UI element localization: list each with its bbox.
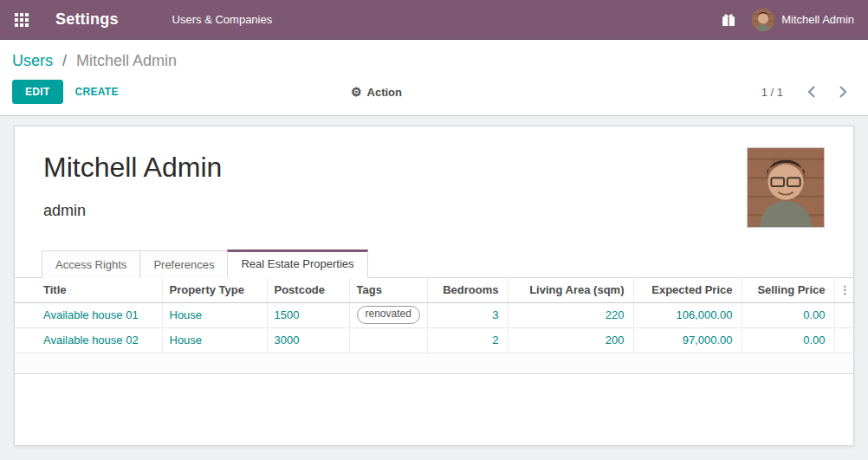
record-title: Mitchell Admin (43, 152, 824, 183)
table-row[interactable]: Available house 01 House 1500 renovated … (15, 302, 855, 327)
action-label: Action (367, 86, 402, 99)
cell-postcode[interactable]: 3000 (267, 327, 349, 353)
cell-tags[interactable] (349, 327, 427, 353)
breadcrumb: Users / Mitchell Admin (0, 40, 868, 75)
cell-expected-price[interactable]: 97,000.00 (633, 327, 742, 353)
create-button[interactable]: CREATE (75, 86, 119, 98)
form-sheet: Mitchell Admin admin Access Rights Pr (14, 126, 854, 446)
column-header-property-type[interactable]: Property Type (162, 278, 267, 302)
profile-photo (747, 147, 825, 228)
tag-badge: renovated (357, 306, 420, 324)
cell-selling-price[interactable]: 0.00 (742, 302, 834, 327)
breadcrumb-separator: / (62, 52, 67, 69)
apps-grid-icon (15, 13, 29, 27)
column-options-icon[interactable]: ⋮ (834, 278, 855, 302)
top-navbar: Settings Users & Companies Mitchell Admi… (0, 0, 868, 40)
cell-property-type[interactable]: House (162, 327, 267, 353)
apps-menu-button[interactable] (0, 0, 43, 40)
cell-living-area[interactable]: 220 (508, 302, 633, 327)
cell-bedrooms[interactable]: 3 (427, 302, 508, 327)
list-empty-area (15, 353, 853, 374)
table-header-row: Title Property Type Postcode Tags Bedroo… (15, 278, 855, 302)
cell-postcode[interactable]: 1500 (267, 302, 349, 327)
breadcrumb-users-link[interactable]: Users (12, 52, 53, 69)
menu-users-companies[interactable]: Users & Companies (169, 8, 276, 31)
column-header-postcode[interactable]: Postcode (267, 278, 349, 302)
gear-icon: ⚙ (351, 85, 362, 99)
user-name: Mitchell Admin (781, 13, 854, 26)
breadcrumb-current: Mitchell Admin (76, 52, 177, 69)
app-title: Settings (55, 10, 119, 29)
tab-real-estate-properties[interactable]: Real Estate Properties (227, 249, 367, 278)
column-header-expected-price[interactable]: Expected Price (633, 278, 742, 302)
edit-button[interactable]: EDIT (12, 80, 63, 104)
column-header-tags[interactable]: Tags (349, 278, 427, 302)
tab-access-rights[interactable]: Access Rights (42, 250, 140, 278)
cell-property-type[interactable]: House (162, 302, 267, 327)
user-avatar (752, 9, 774, 31)
properties-table: Title Property Type Postcode Tags Bedroo… (15, 278, 855, 353)
cell-title[interactable]: Available house 02 (15, 327, 162, 353)
column-header-living-area[interactable]: Living Area (sqm) (508, 278, 633, 302)
pager-next-button[interactable] (833, 82, 852, 101)
cell-expected-price[interactable]: 106,000.00 (633, 302, 742, 327)
control-panel: Users / Mitchell Admin EDIT CREATE ⚙ Act… (0, 40, 868, 116)
cell-title[interactable]: Available house 01 (15, 302, 162, 327)
pager-previous-button[interactable] (802, 82, 821, 101)
pager: 1 / 1 (761, 82, 852, 101)
column-header-title[interactable]: Title (15, 278, 162, 302)
notebook-tabs: Access Rights Preferences Real Estate Pr… (15, 249, 853, 278)
cell-bedrooms[interactable]: 2 (427, 327, 508, 353)
column-header-selling-price[interactable]: Selling Price (742, 278, 834, 302)
cell-living-area[interactable]: 200 (508, 327, 633, 353)
action-menu-button[interactable]: ⚙ Action (351, 85, 402, 99)
table-row[interactable]: Available house 02 House 3000 2 200 97,0… (15, 327, 855, 353)
cell-tags[interactable]: renovated (349, 302, 427, 327)
user-menu[interactable]: Mitchell Admin (743, 9, 868, 31)
cell-selling-price[interactable]: 0.00 (742, 327, 834, 353)
gift-icon[interactable] (714, 0, 743, 40)
pager-count: 1 / 1 (761, 86, 783, 99)
tab-preferences[interactable]: Preferences (139, 250, 228, 278)
column-header-bedrooms[interactable]: Bedrooms (427, 278, 508, 302)
record-login: admin (43, 202, 824, 220)
